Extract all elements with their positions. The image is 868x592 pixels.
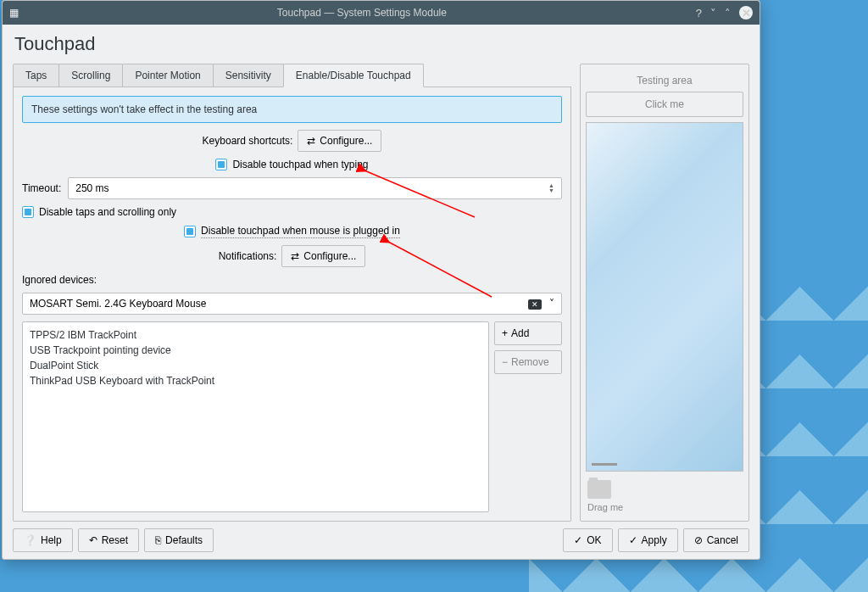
list-item[interactable]: DualPoint Stick bbox=[30, 358, 481, 373]
help-button[interactable]: ❔Help bbox=[13, 528, 73, 552]
click-me-button[interactable]: Click me bbox=[586, 92, 743, 117]
titlebar[interactable]: ▦ Touchpad — System Settings Module ? ˅ … bbox=[3, 1, 760, 25]
testing-area-label: Testing area bbox=[586, 70, 743, 92]
folder-icon bbox=[587, 480, 611, 499]
undo-icon: ↶ bbox=[89, 534, 97, 546]
app-icon: ▦ bbox=[9, 7, 21, 19]
defaults-icon: ⎘ bbox=[155, 534, 161, 546]
tab-pointer-motion[interactable]: Pointer Motion bbox=[122, 64, 213, 87]
remove-button[interactable]: − Remove bbox=[494, 350, 562, 374]
timeout-label: Timeout: bbox=[22, 182, 61, 194]
list-item[interactable]: ThinkPad USB Keyboard with TrackPoint bbox=[30, 373, 481, 388]
window-title: Touchpad — System Settings Module bbox=[28, 7, 696, 19]
page-title: Touchpad bbox=[13, 28, 749, 64]
chevron-down-icon[interactable]: ˅ bbox=[549, 298, 554, 310]
maximize-icon[interactable]: ˄ bbox=[725, 7, 731, 20]
testing-area: Testing area Click me Drag me bbox=[580, 64, 749, 522]
ignored-devices-combo[interactable]: MOSART Semi. 2.4G Keyboard Mouse ✕ ˅ bbox=[22, 293, 562, 315]
disable-taps-scroll-checkbox[interactable] bbox=[22, 206, 34, 218]
configure-icon: ⇄ bbox=[307, 135, 315, 147]
settings-window: ▦ Touchpad — System Settings Module ? ˅ … bbox=[2, 0, 760, 560]
help-icon: ❔ bbox=[24, 534, 36, 546]
tab-sensitivity[interactable]: Sensitivity bbox=[213, 64, 284, 87]
help-icon[interactable]: ? bbox=[696, 7, 702, 20]
disable-mouse-label: Disable touchpad when mouse is plugged i… bbox=[201, 225, 400, 238]
keyboard-shortcuts-label: Keyboard shortcuts: bbox=[203, 135, 293, 147]
notifications-label: Notifications: bbox=[219, 250, 277, 262]
list-item[interactable]: TPPS/2 IBM TrackPoint bbox=[30, 327, 481, 343]
tab-enable-disable[interactable]: Enable/Disable Touchpad bbox=[283, 64, 424, 87]
drag-me-item[interactable]: Drag me bbox=[586, 477, 743, 516]
apply-button[interactable]: ✓Apply bbox=[618, 528, 678, 552]
minus-icon: − bbox=[502, 356, 508, 368]
bottom-bar: ❔Help ↶Reset ⎘Defaults ✓OK ✓Apply ⊘Cance… bbox=[13, 522, 749, 552]
configure-icon: ⇄ bbox=[291, 250, 299, 262]
timeout-spinbox[interactable]: 250 ms ▲▼ bbox=[68, 177, 562, 199]
device-list[interactable]: TPPS/2 IBM TrackPoint USB Trackpoint poi… bbox=[22, 321, 489, 512]
tabs: Taps Scrolling Pointer Motion Sensitivit… bbox=[13, 64, 571, 87]
tab-scrolling[interactable]: Scrolling bbox=[58, 64, 123, 87]
list-item[interactable]: USB Trackpoint pointing device bbox=[30, 343, 481, 358]
ignored-devices-label: Ignored devices: bbox=[22, 274, 562, 286]
cancel-icon: ⊘ bbox=[694, 534, 703, 546]
ok-button[interactable]: ✓OK bbox=[563, 528, 612, 552]
reset-button[interactable]: ↶Reset bbox=[78, 528, 139, 552]
info-banner: These settings won't take effect in the … bbox=[22, 96, 562, 123]
plus-icon: + bbox=[502, 327, 508, 339]
disable-typing-label: Disable touchpad when typing bbox=[232, 159, 368, 170]
defaults-button[interactable]: ⎘Defaults bbox=[144, 528, 214, 552]
close-icon[interactable]: ✕ bbox=[739, 6, 753, 20]
cancel-button[interactable]: ⊘Cancel bbox=[683, 528, 749, 552]
disable-mouse-checkbox[interactable] bbox=[184, 226, 196, 237]
configure-notifications-button[interactable]: ⇄ Configure... bbox=[281, 245, 365, 267]
add-button[interactable]: + Add bbox=[494, 321, 562, 345]
spinbox-arrows-icon[interactable]: ▲▼ bbox=[548, 183, 554, 193]
configure-shortcuts-button[interactable]: ⇄ Configure... bbox=[298, 130, 381, 152]
disable-typing-checkbox[interactable] bbox=[215, 159, 227, 170]
tab-content: These settings won't take effect in the … bbox=[13, 87, 571, 522]
check-icon: ✓ bbox=[629, 534, 637, 546]
minimize-icon[interactable]: ˅ bbox=[710, 7, 716, 20]
clear-icon[interactable]: ✕ bbox=[528, 299, 542, 310]
check-icon: ✓ bbox=[574, 534, 582, 546]
testing-surface[interactable] bbox=[586, 122, 743, 472]
disable-taps-scroll-label: Disable taps and scrolling only bbox=[39, 206, 176, 218]
tab-taps[interactable]: Taps bbox=[13, 64, 59, 87]
